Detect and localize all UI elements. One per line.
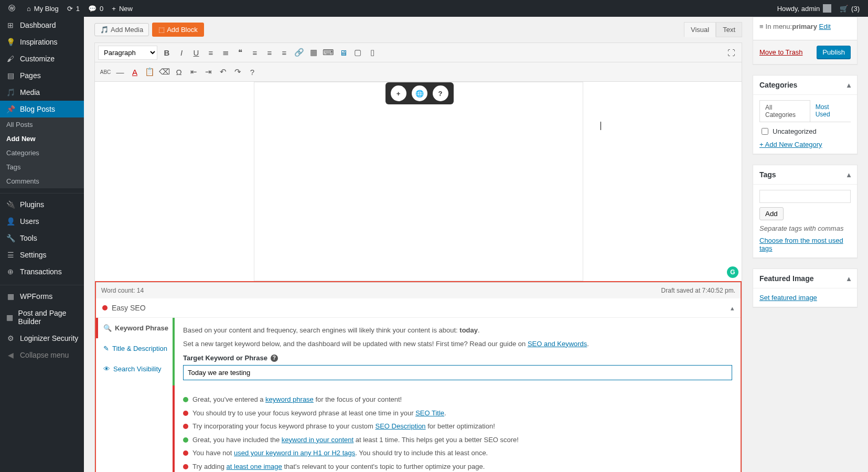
italic-button[interactable]: I: [174, 45, 189, 60]
float-add-button[interactable]: +: [391, 85, 406, 101]
special-char-button[interactable]: Ω: [172, 65, 186, 79]
redo-button[interactable]: ↷: [230, 65, 245, 79]
text-tab[interactable]: Text: [716, 22, 742, 37]
toggle-icon[interactable]: ▴: [847, 274, 851, 283]
menu-plugins[interactable]: 🔌Plugins: [0, 196, 84, 213]
seo-link[interactable]: used your keyword in any H1 or H2 tags: [234, 449, 355, 457]
menu-settings[interactable]: ☰Settings: [0, 246, 84, 263]
submenu-blog-posts: All Posts Add New Categories Tags Commen…: [0, 117, 84, 188]
device-phone-button[interactable]: ▯: [365, 45, 380, 60]
sub-all-posts[interactable]: All Posts: [0, 117, 84, 132]
menu-loginizer[interactable]: ⚙Loginizer Security: [0, 330, 84, 347]
toggle-icon[interactable]: ▴: [847, 81, 851, 89]
ul-button[interactable]: ≡: [203, 45, 218, 60]
seo-tab-keyword[interactable]: 🔍Keyword Phrase: [96, 318, 174, 338]
device-desktop-button[interactable]: 🖥: [336, 45, 350, 60]
seo-link[interactable]: SEO Description: [376, 422, 426, 430]
menu-collapse[interactable]: ◀Collapse menu: [0, 347, 84, 363]
cart[interactable]: 🛒(3): [835, 0, 864, 17]
add-media-button[interactable]: 🎵Add Media: [94, 23, 149, 36]
menu-inspirations[interactable]: 💡Inspirations: [0, 34, 84, 50]
expand-icon[interactable]: ⛶: [724, 45, 738, 60]
seo-panel-header[interactable]: Easy SEO ▴: [96, 298, 741, 318]
menu-transactions[interactable]: ⊕Transactions: [0, 263, 84, 280]
device-tablet-button[interactable]: ▢: [350, 45, 365, 60]
sub-categories[interactable]: Categories: [0, 146, 84, 160]
tag-input[interactable]: [759, 190, 851, 203]
sub-add-new[interactable]: Add New: [0, 132, 84, 146]
more-button[interactable]: ▦: [306, 45, 321, 60]
howdy-account[interactable]: Howdy, admin: [773, 0, 835, 17]
underline-button[interactable]: U: [189, 45, 203, 60]
link-button[interactable]: 🔗: [292, 45, 306, 60]
keyboard-button[interactable]: ⌨: [321, 45, 336, 60]
paste-button[interactable]: 📋: [142, 65, 157, 79]
cat-tab-all[interactable]: All Categories: [759, 100, 810, 122]
text-color-button[interactable]: A: [127, 65, 142, 79]
menu-wpforms[interactable]: ▦WPForms: [0, 288, 84, 305]
grammarly-icon[interactable]: G: [727, 266, 738, 278]
outdent-button[interactable]: ⇤: [186, 65, 201, 79]
menu-dashboard[interactable]: ⊞Dashboard: [0, 17, 84, 34]
target-keyword-input[interactable]: [183, 365, 732, 380]
cat-tab-mostused[interactable]: Most Used: [810, 100, 851, 122]
categories-heading: Categories: [759, 81, 797, 89]
hr-button[interactable]: —: [113, 65, 127, 79]
updates[interactable]: ⟳1: [63, 0, 84, 17]
menu-pages[interactable]: ▤Pages: [0, 67, 84, 84]
set-featured-link[interactable]: Set featured image: [759, 294, 817, 302]
float-help-button[interactable]: ?: [433, 85, 448, 101]
seo-link[interactable]: at least one image: [227, 463, 282, 470]
bold-button[interactable]: B: [159, 45, 174, 60]
menu-blog-posts[interactable]: 📌Blog Posts: [0, 101, 84, 117]
site-home[interactable]: ⌂My Blog: [23, 0, 63, 17]
float-globe-button[interactable]: 🌐: [412, 85, 427, 101]
help-icon[interactable]: ?: [271, 355, 278, 362]
sub-comments[interactable]: Comments: [0, 174, 84, 188]
publish-button[interactable]: Publish: [817, 46, 851, 59]
menu-ppb[interactable]: ▦Post and Page Builder: [0, 305, 84, 330]
menu-users[interactable]: 👤Users: [0, 213, 84, 230]
admin-bar: ⓦ ⌂My Blog ⟳1 💬0 +New Howdy, admin 🛒(3): [0, 0, 868, 17]
seo-toggle-icon[interactable]: ▴: [731, 304, 734, 312]
comments-count[interactable]: 💬0: [84, 0, 108, 17]
add-block-button[interactable]: ⬚Add Block: [152, 23, 204, 37]
visual-tab[interactable]: Visual: [684, 22, 716, 37]
seo-link[interactable]: keyword in your content: [282, 436, 353, 444]
toggle-icon[interactable]: ▴: [847, 170, 851, 179]
uncategorized-label: Uncategorized: [773, 127, 817, 135]
seo-link[interactable]: SEO Title: [415, 409, 444, 417]
seo-tab-visibility[interactable]: 👁Search Visibility: [96, 359, 174, 379]
undo-button[interactable]: ↶: [216, 65, 230, 79]
abc-strike-button[interactable]: ABC: [98, 65, 113, 79]
indent-button[interactable]: ⇥: [201, 65, 216, 79]
seo-keywords-link[interactable]: SEO and Keywords: [528, 340, 587, 348]
uncategorized-checkbox[interactable]: [762, 128, 768, 135]
editor-area[interactable]: + 🌐 ? G: [95, 82, 742, 281]
align-right-button[interactable]: ≡: [277, 45, 292, 60]
edit-menu-link[interactable]: Edit: [819, 23, 831, 30]
add-tag-button[interactable]: Add: [759, 207, 784, 220]
floating-toolbar: + 🌐 ?: [385, 82, 454, 104]
clear-format-button[interactable]: ⌫: [157, 65, 172, 79]
seo-tab-title[interactable]: ✎Title & Description: [96, 338, 174, 359]
menu-media[interactable]: 🎵Media: [0, 84, 84, 101]
sub-tags[interactable]: Tags: [0, 160, 84, 174]
new-content[interactable]: +New: [108, 0, 137, 17]
quote-button[interactable]: ❝: [233, 45, 248, 60]
seo-link[interactable]: keyword phrase: [265, 395, 314, 403]
tags-box: Tags▴ Add Separate tags with commas Choo…: [753, 165, 858, 258]
align-left-button[interactable]: ≡: [248, 45, 262, 60]
format-select[interactable]: Paragraph: [98, 46, 157, 60]
admin-menu: ⊞Dashboard 💡Inspirations 🖌Customize ▤Pag…: [0, 17, 84, 472]
menu-customize[interactable]: 🖌Customize: [0, 50, 84, 67]
seo-check-item: Try adding at least one image that's rel…: [183, 460, 732, 473]
menu-tools[interactable]: 🔧Tools: [0, 230, 84, 246]
ol-button[interactable]: ≣: [218, 45, 233, 60]
add-category-link[interactable]: + Add New Category: [759, 141, 822, 148]
wp-menu-icon[interactable]: ⓦ: [4, 0, 23, 17]
choose-tags-link[interactable]: Choose from the most used tags: [759, 237, 843, 252]
move-to-trash-link[interactable]: Move to Trash: [759, 48, 802, 56]
align-center-button[interactable]: ≡: [262, 45, 277, 60]
help-icon[interactable]: ?: [245, 65, 260, 79]
